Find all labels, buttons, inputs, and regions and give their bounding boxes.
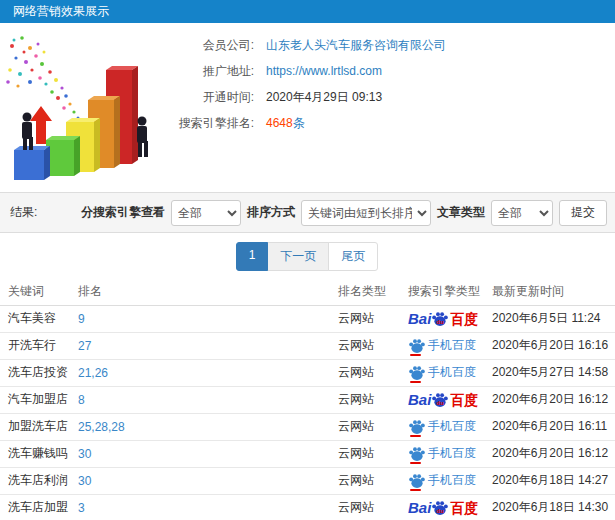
next-page-button[interactable]: 下一页 <box>267 242 329 271</box>
engine-cell: 手机百度 <box>408 440 492 467</box>
keyword-cell: 洗车赚钱吗 <box>0 440 78 467</box>
rank-cell: 8 <box>78 386 338 413</box>
baidu-paw-icon: du <box>431 391 449 408</box>
mobile-baidu-paw <box>408 364 424 381</box>
rank-type-cell: 云网站 <box>338 467 408 494</box>
pagination-wrap: 1 下一页 尾页 <box>0 233 615 279</box>
rank-type-cell: 云网站 <box>338 332 408 359</box>
updated-cell: 2020年6月20日 16:11 <box>492 413 615 440</box>
baidu-paw-icon: du <box>431 499 449 516</box>
mobile-baidu-label: 手机百度 <box>428 472 476 489</box>
baidu-logo: Baidu百度 <box>408 310 478 327</box>
baidu-paw-icon <box>408 364 426 381</box>
info-label: 开通时间: <box>170 89 254 106</box>
table-row: 洗车赚钱吗30云网站手机百度2020年6月20日 16:12 <box>0 440 615 467</box>
info-value-link[interactable]: 山东老人头汽车服务咨询有限公司 <box>266 38 446 52</box>
updated-cell: 2020年6月20日 16:12 <box>492 386 615 413</box>
rank-cell: 9 <box>78 305 338 332</box>
baidu-paw-icon <box>408 337 426 354</box>
article-filter-label: 文章类型 <box>437 204 485 221</box>
paw-underline <box>410 462 421 464</box>
engine-cell: 手机百度 <box>408 332 492 359</box>
rank-cell: 27 <box>78 332 338 359</box>
rank-count-unit-link[interactable]: 条 <box>293 116 305 130</box>
rank-type-cell: 云网站 <box>338 440 408 467</box>
rank-type-cell: 云网站 <box>338 494 408 520</box>
table-header-row: 关键词 排名 排名类型 搜索引擎类型 最新更新时间 <box>0 279 615 305</box>
bar-green <box>46 136 80 176</box>
article-type-select[interactable]: 全部 <box>491 200 553 226</box>
baidu-logo-cn: 百度 <box>450 312 478 326</box>
filter-controls: 分搜索引擎查看 全部 排序方式 关键词由短到长排序 文章类型 全部 提交 <box>81 200 607 226</box>
mobile-baidu-label: 手机百度 <box>428 364 476 381</box>
updated-cell: 2020年6月5日 11:24 <box>492 305 615 332</box>
rank-link[interactable]: 9 <box>78 312 85 326</box>
keyword-cell: 加盟洗车店 <box>0 413 78 440</box>
mobile-baidu-paw <box>408 337 424 354</box>
baidu-logo: Baidu百度 <box>408 499 478 516</box>
col-keyword: 关键词 <box>0 279 78 305</box>
rank-link[interactable]: 30 <box>78 474 91 488</box>
rank-link[interactable]: 27 <box>78 339 91 353</box>
rank-link[interactable]: 25,28,28 <box>78 420 125 434</box>
sort-select[interactable]: 关键词由短到长排序 <box>301 200 431 226</box>
engine-cell: 手机百度 <box>408 467 492 494</box>
updated-cell: 2020年6月18日 14:30 <box>492 494 615 520</box>
baidu-paw-icon <box>408 445 426 462</box>
table-row: 洗车店利润30云网站手机百度2020年6月18日 14:27 <box>0 467 615 494</box>
table-body: 汽车美容9云网站Baidu百度2020年6月5日 11:24开洗车行27云网站手… <box>0 305 615 520</box>
last-page-button[interactable]: 尾页 <box>328 242 378 271</box>
baidu-logo-cn: 百度 <box>450 501 478 515</box>
mobile-baidu-badge: 手机百度 <box>408 472 476 489</box>
baidu-logo: Baidu百度 <box>408 391 478 408</box>
table-row: 开洗车行27云网站手机百度2020年6月20日 16:16 <box>0 332 615 359</box>
mobile-baidu-badge: 手机百度 <box>408 418 476 435</box>
info-row: 会员公司:山东老人头汽车服务咨询有限公司 <box>170 32 615 58</box>
col-rank-type: 排名类型 <box>338 279 408 305</box>
rank-link[interactable]: 21,26 <box>78 366 108 380</box>
col-engine-type: 搜索引擎类型 <box>408 279 492 305</box>
table-row: 加盟洗车店25,28,28云网站手机百度2020年6月20日 16:11 <box>0 413 615 440</box>
rank-link[interactable]: 30 <box>78 447 91 461</box>
paw-underline <box>410 489 421 491</box>
baidu-paw-icon: du <box>431 310 449 327</box>
mobile-baidu-paw <box>408 445 424 462</box>
info-value: 4648条 <box>266 115 305 132</box>
engine-cell: Baidu百度 <box>408 305 492 332</box>
rank-link[interactable]: 8 <box>78 393 85 407</box>
rank-cell: 25,28,28 <box>78 413 338 440</box>
updated-cell: 2020年6月20日 16:16 <box>492 332 615 359</box>
table-row: 汽车美容9云网站Baidu百度2020年6月5日 11:24 <box>0 305 615 332</box>
engine-cell: 手机百度 <box>408 359 492 386</box>
keyword-cell: 汽车加盟店 <box>0 386 78 413</box>
mobile-baidu-label: 手机百度 <box>428 445 476 462</box>
table-row: 洗车店加盟3云网站Baidu百度2020年6月18日 14:30 <box>0 494 615 520</box>
keyword-cell: 汽车美容 <box>0 305 78 332</box>
svg-text:du: du <box>437 319 445 325</box>
bar-blue <box>14 146 50 180</box>
keyword-cell: 开洗车行 <box>0 332 78 359</box>
svg-text:du: du <box>437 400 445 406</box>
rank-type-cell: 云网站 <box>338 386 408 413</box>
engine-cell: Baidu百度 <box>408 494 492 520</box>
submit-button[interactable]: 提交 <box>559 200 607 226</box>
page-title: 网络营销效果展示 <box>0 0 615 23</box>
rank-cell: 30 <box>78 467 338 494</box>
rank-cell: 21,26 <box>78 359 338 386</box>
info-value-link[interactable]: https://www.lrtlsd.com <box>266 64 382 78</box>
filter-bar: 结果: 分搜索引擎查看 全部 排序方式 关键词由短到长排序 文章类型 全部 提交 <box>0 192 615 233</box>
info-value: https://www.lrtlsd.com <box>266 64 382 78</box>
rank-link[interactable]: 3 <box>78 501 85 515</box>
col-updated: 最新更新时间 <box>492 279 615 305</box>
info-row: 开通时间:2020年4月29日 09:13 <box>170 84 615 110</box>
updated-cell: 2020年5月27日 14:58 <box>492 359 615 386</box>
baidu-logo-cn: 百度 <box>450 393 478 407</box>
paw-underline <box>410 381 421 383</box>
rank-count-value: 4648 <box>266 116 293 130</box>
table-row: 汽车加盟店8云网站Baidu百度2020年6月20日 16:12 <box>0 386 615 413</box>
info-label: 会员公司: <box>170 37 254 54</box>
page-1-button[interactable]: 1 <box>236 242 269 271</box>
engine-select[interactable]: 全部 <box>171 200 241 226</box>
baidu-paw-icon <box>408 418 426 435</box>
engine-filter-label: 分搜索引擎查看 <box>81 204 165 221</box>
